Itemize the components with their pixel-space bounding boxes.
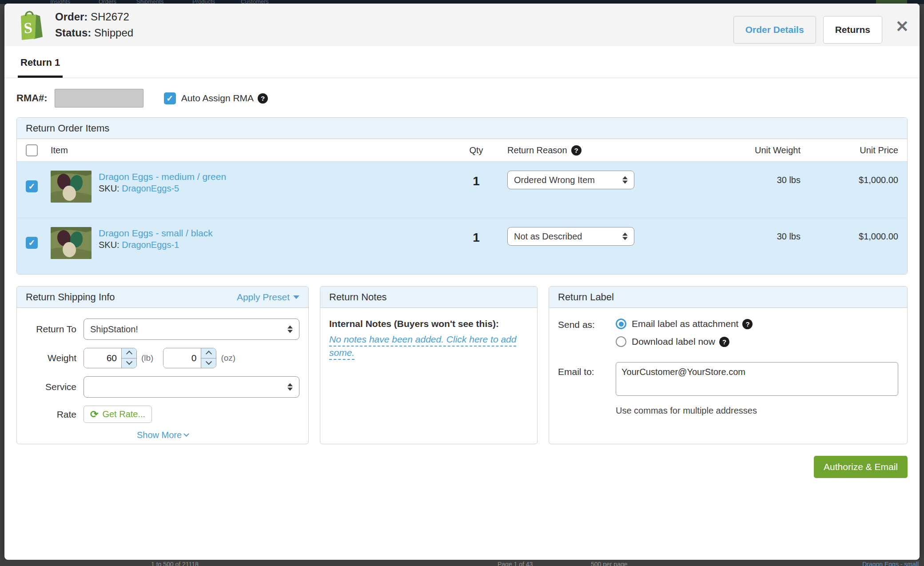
modal-header: S Order: SH2672 Status: Shipped Order De… [4, 4, 920, 46]
select-spinner-icon [287, 326, 293, 333]
stepper-buttons[interactable] [201, 348, 216, 368]
radio-email-label-option[interactable]: Email label as attachment ? [616, 319, 753, 329]
get-rate-button[interactable]: ⟳ Get Rate... [84, 406, 152, 423]
modal-content: RMA#: ✓ Auto Assign RMA ? Return Order I… [4, 78, 920, 560]
shopify-logo-icon: S [16, 8, 45, 41]
product-image [51, 171, 92, 203]
close-icon[interactable]: ✕ [896, 19, 909, 35]
authorize-email-button[interactable]: Authorize & Email [814, 456, 908, 478]
weight-oz-stepper[interactable] [163, 348, 216, 368]
background-page-indicator: Page 1 of 43 [498, 561, 533, 566]
return-order-items-panel: Return Order Items Item Qty Return Reaso… [16, 117, 908, 275]
lower-panels: Return Shipping Info Apply Preset Return… [16, 286, 908, 444]
return-shipping-info-header: Return Shipping Info Apply Preset [17, 287, 308, 308]
unit-weight-value: 30 lbs [703, 171, 801, 185]
col-return-reason: Return Reason ? [507, 145, 703, 155]
row-checkbox[interactable]: ✓ [26, 180, 38, 192]
radio-email-label-text: Email label as attachment [632, 319, 738, 329]
order-value: SH2672 [91, 11, 129, 23]
get-rate-label: Get Rate... [102, 409, 145, 419]
return-label-header: Return Label [549, 287, 907, 308]
table-row: ✓ Dragon Eggs - medium / green SKU: [17, 161, 907, 218]
return-notes-title: Return Notes [329, 291, 387, 303]
service-select[interactable] [84, 376, 299, 398]
return-notes-header: Return Notes [320, 287, 537, 308]
add-notes-link[interactable]: No notes have been added. Click here to … [329, 334, 516, 358]
weight-lb-stepper[interactable] [84, 348, 137, 368]
tab-return-1[interactable]: Return 1 [18, 57, 63, 78]
return-reason-select[interactable]: Not as Described [507, 227, 634, 246]
background-per-page: 500 per page [591, 561, 628, 566]
unit-weight-value: 30 lbs [703, 227, 801, 242]
unit-price-value: $1,000.00 [801, 227, 898, 242]
item-sku: SKU: DragonEggs-1 [99, 239, 213, 251]
item-sku: SKU: DragonEggs-5 [99, 183, 226, 195]
weight-label: Weight [26, 353, 84, 363]
return-reason-value: Ordered Wrong Item [514, 175, 595, 185]
return-label-title: Return Label [558, 291, 614, 303]
stepper-up-icon[interactable] [201, 348, 216, 358]
sku-label: SKU: [99, 183, 119, 193]
order-info: Order: SH2672 Status: Shipped [55, 9, 133, 41]
refresh-icon: ⟳ [90, 410, 98, 419]
order-status-line: Status: Shipped [55, 25, 133, 41]
show-more-label: Show More [137, 430, 182, 440]
tab-returns-label: Returns [835, 24, 870, 35]
apply-preset-dropdown[interactable]: Apply Preset [237, 292, 299, 303]
auto-assign-rma-checkbox[interactable]: ✓ [164, 92, 176, 104]
help-icon[interactable]: ? [571, 145, 581, 155]
return-shipping-info-panel: Return Shipping Info Apply Preset Return… [16, 286, 309, 444]
rma-input[interactable] [55, 89, 143, 108]
background-pagination: 1 to 500 of 21118 Page 1 of 43 500 per p… [0, 560, 924, 566]
radio-download-label-text: Download label now [632, 336, 715, 347]
help-icon[interactable]: ? [742, 319, 753, 329]
email-to-field[interactable]: YourCustomer@YourStore.com [616, 362, 898, 396]
return-shipping-info-body: Return To ShipStation! Weight [17, 308, 308, 444]
return-notes-panel: Return Notes Internal Notes (Buyers won'… [320, 286, 538, 444]
tab-returns[interactable]: Returns [823, 16, 882, 44]
return-notes-body: Internal Notes (Buyers won't see this): … [320, 308, 537, 370]
tab-order-details[interactable]: Order Details [733, 16, 816, 44]
radio-selected-icon[interactable] [616, 319, 626, 329]
radio-unselected-icon[interactable] [616, 336, 626, 347]
item-cell: Dragon Eggs - medium / green SKU: Dragon… [51, 171, 445, 203]
select-all-checkbox[interactable] [26, 144, 38, 156]
email-to-label: Email to: [558, 362, 616, 377]
weight-oz-input[interactable] [163, 348, 201, 368]
lb-unit-label: (lb) [141, 353, 153, 363]
return-order-items-title: Return Order Items [26, 123, 109, 134]
apply-preset-label: Apply Preset [237, 292, 290, 303]
auto-assign-rma-label: Auto Assign RMA [181, 93, 254, 104]
sku-link[interactable]: DragonEggs-1 [122, 240, 179, 250]
return-to-select[interactable]: ShipStation! [84, 319, 299, 340]
item-name-link[interactable]: Dragon Eggs - small / black [99, 227, 213, 239]
order-number-line: Order: SH2672 [55, 9, 133, 25]
return-reason-select[interactable]: Ordered Wrong Item [507, 171, 634, 189]
caret-down-icon [293, 295, 299, 299]
stepper-buttons[interactable] [121, 348, 136, 368]
order-label: Order: [55, 11, 88, 23]
col-item: Item [51, 145, 445, 155]
status-value: Shipped [94, 27, 133, 39]
send-as-label: Send as: [558, 319, 616, 330]
background-record-count: 1 to 500 of 21118 [151, 561, 199, 566]
radio-download-label-option[interactable]: Download label now ? [616, 336, 753, 347]
items-table-header: Item Qty Return Reason ? Unit Weight Uni… [17, 139, 907, 161]
help-icon[interactable]: ? [258, 93, 268, 104]
return-label-panel: Return Label Send as: Email label as att… [549, 286, 908, 444]
row-checkbox[interactable]: ✓ [26, 237, 38, 249]
qty-value: 1 [445, 171, 507, 188]
help-icon[interactable]: ? [719, 337, 729, 347]
item-name-link[interactable]: Dragon Eggs - medium / green [99, 171, 226, 183]
weight-lb-input[interactable] [84, 348, 121, 368]
return-tabs-bar: Return 1 [4, 46, 920, 78]
stepper-up-icon[interactable] [122, 348, 136, 358]
stepper-down-icon[interactable] [122, 358, 136, 368]
table-row: ✓ Dragon Eggs - small / black SKU: [17, 218, 907, 274]
return-shipping-info-title: Return Shipping Info [26, 291, 115, 303]
item-cell: Dragon Eggs - small / black SKU: DragonE… [51, 227, 445, 259]
sku-link[interactable]: DragonEggs-5 [122, 183, 179, 193]
stepper-down-icon[interactable] [201, 358, 216, 368]
show-more-link[interactable]: Show More [26, 430, 299, 440]
chevron-down-icon [183, 431, 189, 437]
